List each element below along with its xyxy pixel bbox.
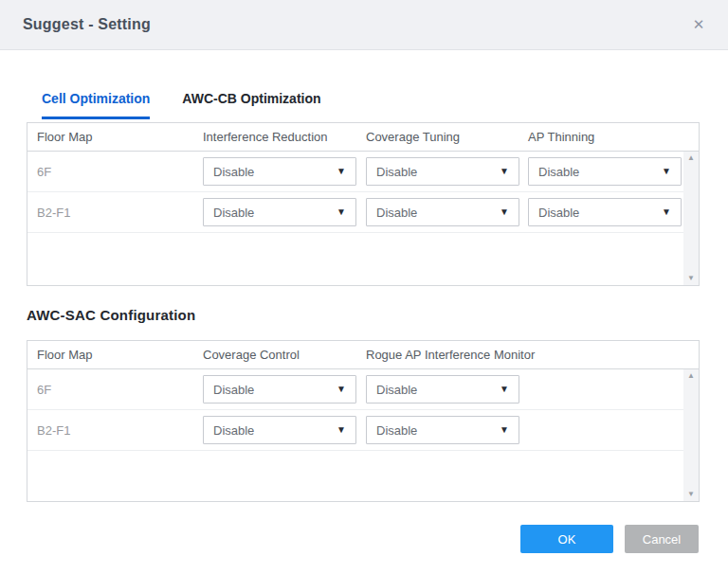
close-icon[interactable]: ✕ bbox=[686, 0, 711, 49]
select-value: Disable bbox=[213, 206, 254, 220]
caret-down-icon: ▼ bbox=[337, 385, 346, 394]
interference-reduction-select[interactable]: Disable ▼ bbox=[203, 198, 356, 226]
table-row: 6F Disable ▼ Disable ▼ Disable bbox=[27, 152, 699, 192]
caret-down-icon: ▼ bbox=[662, 167, 671, 176]
coverage-control-select[interactable]: Disable ▼ bbox=[203, 375, 356, 404]
scroll-up-button[interactable]: ▲ bbox=[687, 154, 695, 162]
awc-sac-table: Floor Map Coverage Control Rogue AP Inte… bbox=[27, 340, 700, 502]
caret-down-icon: ▼ bbox=[500, 385, 509, 394]
table-header-row: Floor Map Interference Reduction Coverag… bbox=[27, 123, 699, 152]
cancel-button[interactable]: Cancel bbox=[625, 525, 699, 553]
column-header-interference-reduction: Interference Reduction bbox=[203, 130, 366, 144]
table-row: B2-F1 Disable ▼ Disable ▼ Disable bbox=[27, 192, 699, 233]
column-header-coverage-tuning: Coverage Tuning bbox=[366, 130, 528, 144]
column-header-floor-map: Floor Map bbox=[27, 348, 203, 362]
select-value: Disable bbox=[213, 383, 254, 397]
caret-down-icon: ▼ bbox=[337, 167, 346, 176]
column-header-ap-thinning: AP Thinning bbox=[528, 130, 699, 144]
scroll-down-button[interactable]: ▼ bbox=[687, 275, 695, 282]
suggest-setting-dialog: Suggest - Setting ✕ Cell Optimization AW… bbox=[0, 0, 728, 574]
caret-down-icon: ▼ bbox=[662, 207, 671, 217]
cell-optimization-table: Floor Map Interference Reduction Coverag… bbox=[27, 122, 700, 286]
caret-down-icon: ▼ bbox=[500, 207, 509, 217]
interference-reduction-select[interactable]: Disable ▼ bbox=[203, 157, 356, 186]
ok-button[interactable]: OK bbox=[520, 525, 613, 553]
column-header-rogue-ap-monitor: Rogue AP Interference Monitor bbox=[366, 348, 699, 362]
ap-thinning-select[interactable]: Disable ▼ bbox=[528, 157, 682, 186]
vertical-scrollbar[interactable]: ▲ ▼ bbox=[683, 369, 699, 501]
dialog-header: Suggest - Setting ✕ bbox=[0, 0, 728, 50]
caret-down-icon: ▼ bbox=[337, 207, 346, 217]
column-header-coverage-control: Coverage Control bbox=[203, 348, 366, 362]
awc-sac-heading: AWC-SAC Configuration bbox=[27, 307, 195, 323]
scroll-up-button[interactable]: ▲ bbox=[687, 372, 695, 380]
select-value: Disable bbox=[538, 206, 579, 220]
floor-map-label: B2-F1 bbox=[27, 423, 203, 438]
tab-awc-cb-optimization[interactable]: AWC-CB Optimization bbox=[182, 91, 320, 119]
coverage-tuning-select[interactable]: Disable ▼ bbox=[366, 198, 519, 226]
table-body: 6F Disable ▼ Disable ▼ B2-F1 bbox=[27, 369, 699, 501]
table-header-row: Floor Map Coverage Control Rogue AP Inte… bbox=[27, 341, 699, 369]
vertical-scrollbar[interactable]: ▲ ▼ bbox=[683, 152, 699, 285]
table-row: 6F Disable ▼ Disable ▼ bbox=[27, 369, 699, 410]
table-body: 6F Disable ▼ Disable ▼ Disable bbox=[27, 152, 699, 285]
table-row: B2-F1 Disable ▼ Disable ▼ bbox=[27, 410, 699, 451]
select-value: Disable bbox=[376, 423, 417, 438]
floor-map-label: 6F bbox=[27, 165, 203, 179]
caret-down-icon: ▼ bbox=[337, 425, 346, 435]
ap-thinning-select[interactable]: Disable ▼ bbox=[528, 198, 682, 226]
select-value: Disable bbox=[376, 383, 417, 397]
floor-map-label: B2-F1 bbox=[27, 206, 203, 220]
caret-down-icon: ▼ bbox=[500, 167, 509, 176]
select-value: Disable bbox=[376, 206, 417, 220]
select-value: Disable bbox=[213, 423, 254, 438]
select-value: Disable bbox=[213, 165, 254, 179]
coverage-control-select[interactable]: Disable ▼ bbox=[203, 416, 356, 444]
floor-map-label: 6F bbox=[27, 383, 203, 397]
scroll-down-button[interactable]: ▼ bbox=[687, 491, 695, 498]
select-value: Disable bbox=[376, 165, 417, 179]
rogue-ap-monitor-select[interactable]: Disable ▼ bbox=[366, 375, 519, 404]
coverage-tuning-select[interactable]: Disable ▼ bbox=[366, 157, 519, 186]
dialog-title: Suggest - Setting bbox=[23, 0, 151, 49]
tab-cell-optimization[interactable]: Cell Optimization bbox=[42, 91, 150, 119]
rogue-ap-monitor-select[interactable]: Disable ▼ bbox=[366, 416, 519, 444]
tab-bar: Cell Optimization AWC-CB Optimization bbox=[42, 91, 321, 119]
column-header-floor-map: Floor Map bbox=[27, 130, 203, 144]
select-value: Disable bbox=[538, 165, 579, 179]
caret-down-icon: ▼ bbox=[500, 425, 509, 435]
